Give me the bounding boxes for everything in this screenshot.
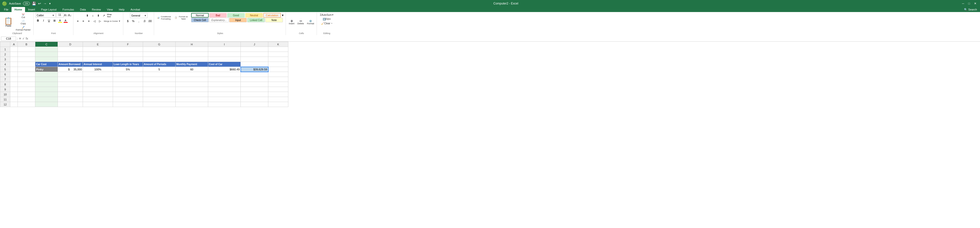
border-button[interactable]: ⊞ (52, 18, 57, 23)
cell-b1[interactable] (18, 47, 35, 52)
cell-h12[interactable] (176, 102, 208, 107)
cell-f3[interactable] (113, 57, 143, 62)
col-header-f[interactable]: F (113, 42, 143, 47)
cell-a9[interactable] (10, 87, 18, 92)
font-size-input[interactable]: 11 (56, 13, 64, 18)
cell-h7[interactable] (176, 77, 208, 82)
cell-a3[interactable] (10, 57, 18, 62)
style-good[interactable]: Good (227, 13, 245, 18)
col-header-e[interactable]: E (83, 42, 113, 47)
cell-f1[interactable] (113, 47, 143, 52)
cell-g11[interactable] (143, 97, 176, 102)
cell-i5[interactable]: $660.49 (208, 67, 241, 72)
cell-a2[interactable] (10, 52, 18, 57)
cell-e5[interactable]: 100% (83, 67, 113, 72)
cell-c1[interactable] (35, 47, 58, 52)
cell-f5[interactable]: 5% (113, 67, 143, 72)
cell-g5[interactable]: 5 (143, 67, 176, 72)
undo-icon[interactable]: ↩ (38, 2, 41, 5)
cell-k12[interactable] (268, 102, 288, 107)
style-calculation[interactable]: Calculation (263, 13, 281, 18)
tab-page-layout[interactable]: Page Layout (38, 7, 60, 12)
cell-h2[interactable] (176, 52, 208, 57)
style-explanatory[interactable]: Explanatory... (209, 18, 229, 22)
cell-b6[interactable] (18, 72, 35, 77)
decrease-indent-button[interactable]: ◁ (92, 19, 97, 24)
cell-d6[interactable] (58, 72, 83, 77)
cell-c2[interactable] (35, 52, 58, 57)
col-header-a[interactable]: A (10, 42, 18, 47)
cell-j2[interactable] (241, 52, 268, 57)
format-button[interactable]: ⚙️ Format (306, 19, 315, 25)
underline-button[interactable]: U (46, 18, 52, 23)
cell-a7[interactable] (10, 77, 18, 82)
cell-e9[interactable] (83, 87, 113, 92)
cell-e3[interactable] (83, 57, 113, 62)
autosum-button[interactable]: Σ AutoSum ▼ (319, 13, 335, 17)
cell-g9[interactable] (143, 87, 176, 92)
col-header-h[interactable]: H (176, 42, 208, 47)
cell-i3[interactable] (208, 57, 241, 62)
cell-c11[interactable] (35, 97, 58, 102)
cell-g1[interactable] (143, 47, 176, 52)
cell-b8[interactable] (18, 82, 35, 87)
cell-c5[interactable]: Pinky (35, 67, 58, 72)
style-normal[interactable]: Normal (191, 13, 209, 18)
tab-help[interactable]: Help (116, 7, 127, 12)
cell-c6[interactable] (35, 72, 58, 77)
cell-b11[interactable] (18, 97, 35, 102)
cell-j6[interactable] (241, 72, 268, 77)
cell-k10[interactable] (268, 92, 288, 97)
cell-g2[interactable] (143, 52, 176, 57)
tab-review[interactable]: Review (89, 7, 104, 12)
italic-button[interactable]: I (41, 18, 46, 23)
cell-k7[interactable] (268, 77, 288, 82)
cut-button[interactable]: ✂️ Cut (15, 13, 32, 19)
align-center-button[interactable]: ≡ (81, 19, 86, 24)
col-header-i[interactable]: I (208, 42, 241, 47)
font-shrink-icon[interactable]: A↓ (68, 14, 72, 17)
cell-g3[interactable] (143, 57, 176, 62)
cell-j7[interactable] (241, 77, 268, 82)
cell-f6[interactable] (113, 72, 143, 77)
cell-f4[interactable]: Loan Length in Years (113, 62, 143, 67)
style-check-cell[interactable]: Check Cell (191, 18, 209, 22)
formula-insert-icon[interactable]: fx (26, 37, 28, 40)
increase-indent-button[interactable]: ▷ (97, 19, 102, 24)
cell-b7[interactable] (18, 77, 35, 82)
cell-d3[interactable] (58, 57, 83, 62)
cell-h3[interactable] (176, 57, 208, 62)
align-top-button[interactable]: ⬆ (85, 13, 90, 18)
format-painter-button[interactable]: 🖌️ Format Painter (15, 26, 32, 32)
tab-insert[interactable]: Insert (25, 7, 38, 12)
cell-j12[interactable] (241, 102, 268, 107)
cell-i4[interactable]: Cost of Car (208, 62, 241, 67)
cell-c10[interactable] (35, 92, 58, 97)
cell-k2[interactable] (268, 52, 288, 57)
cell-e8[interactable] (83, 82, 113, 87)
cell-reference-input[interactable] (1, 37, 16, 41)
cell-g8[interactable] (143, 82, 176, 87)
fill-button[interactable]: ⬇️ Fill ▼ (321, 17, 332, 21)
cell-a8[interactable] (10, 82, 18, 87)
cell-g6[interactable] (143, 72, 176, 77)
search-box[interactable]: 🔍 Search (964, 7, 979, 12)
styles-scroll-arrow[interactable]: ▼ (281, 13, 284, 18)
col-header-k[interactable]: K (268, 42, 288, 47)
cell-j1[interactable] (241, 47, 268, 52)
cell-j10[interactable] (241, 92, 268, 97)
cell-a12[interactable] (10, 102, 18, 107)
fill-color-button[interactable]: A (57, 18, 63, 23)
cell-k6[interactable] (268, 72, 288, 77)
copy-button[interactable]: 📄 Copy (15, 19, 32, 25)
percent-button[interactable]: % (131, 19, 136, 24)
cell-e1[interactable] (83, 47, 113, 52)
tab-data[interactable]: Data (77, 7, 89, 12)
cell-f10[interactable] (113, 92, 143, 97)
tab-file[interactable]: File (1, 7, 11, 12)
decrease-decimal-button[interactable]: .00 (147, 19, 152, 24)
cell-a5[interactable] (10, 67, 18, 72)
increase-decimal-button[interactable]: .0 (142, 19, 147, 24)
cell-c3[interactable] (35, 57, 58, 62)
align-bottom-button[interactable]: ⬇ (96, 13, 101, 18)
